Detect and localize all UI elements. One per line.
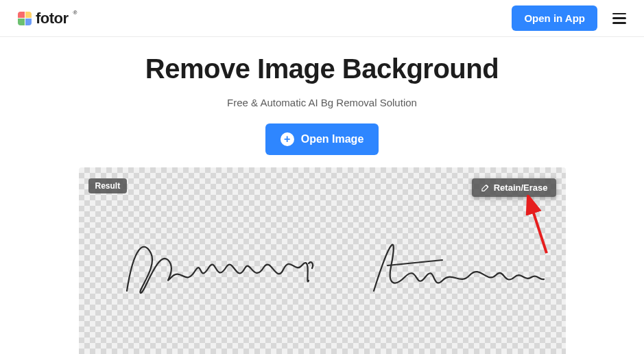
header: fotor® Open in App	[0, 0, 644, 37]
image-canvas[interactable]: Result Retain/Erase	[79, 167, 566, 354]
retain-erase-button[interactable]: Retain/Erase	[472, 178, 556, 197]
svg-line-0	[529, 200, 547, 253]
logo-text: fotor	[36, 10, 69, 27]
open-image-label: Open Image	[301, 133, 364, 145]
hamburger-menu-icon[interactable]	[612, 13, 626, 24]
open-in-app-button[interactable]: Open in App	[512, 5, 597, 31]
main-content: Remove Image Background Free & Automatic…	[0, 37, 644, 354]
logo-icon	[18, 12, 32, 25]
header-right: Open in App	[512, 5, 626, 31]
plus-icon: +	[281, 132, 294, 146]
registered-icon: ®	[73, 10, 77, 16]
retain-erase-label: Retain/Erase	[494, 182, 548, 193]
page-title: Remove Image Background	[0, 54, 644, 84]
annotation-arrow	[519, 195, 553, 257]
result-badge: Result	[88, 178, 128, 193]
eraser-icon	[480, 183, 490, 193]
page-subtitle: Free & Automatic AI Bg Removal Solution	[0, 97, 644, 108]
signature-image	[120, 212, 545, 308]
open-image-button[interactable]: + Open Image	[265, 123, 379, 155]
logo[interactable]: fotor®	[18, 10, 77, 27]
